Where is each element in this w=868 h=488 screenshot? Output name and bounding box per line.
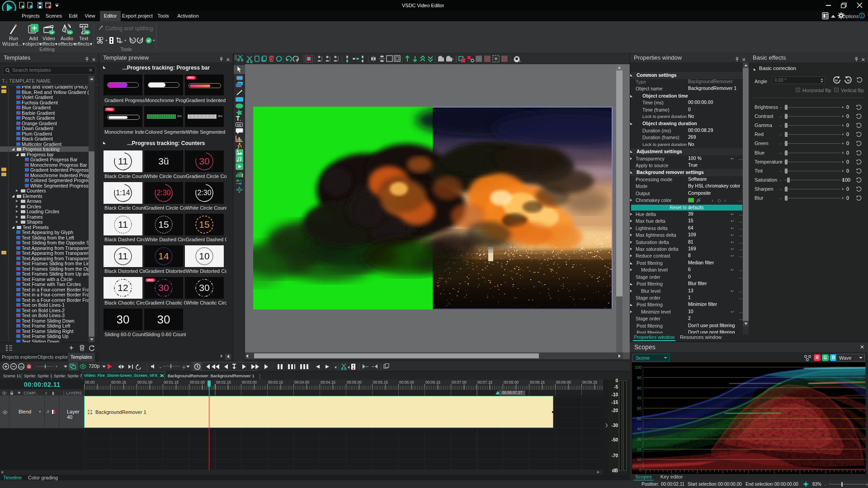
svg-text:100: 100 xyxy=(19,366,24,368)
svg-text:90: 90 xyxy=(847,79,850,82)
svg-text:90: 90 xyxy=(131,39,134,42)
svg-text:90: 90 xyxy=(835,79,838,82)
svg-text:90: 90 xyxy=(139,39,142,42)
svg-text:FX: FX xyxy=(85,31,89,34)
svg-text:FX: FX xyxy=(50,31,54,34)
svg-text:FX: FX xyxy=(68,31,72,34)
